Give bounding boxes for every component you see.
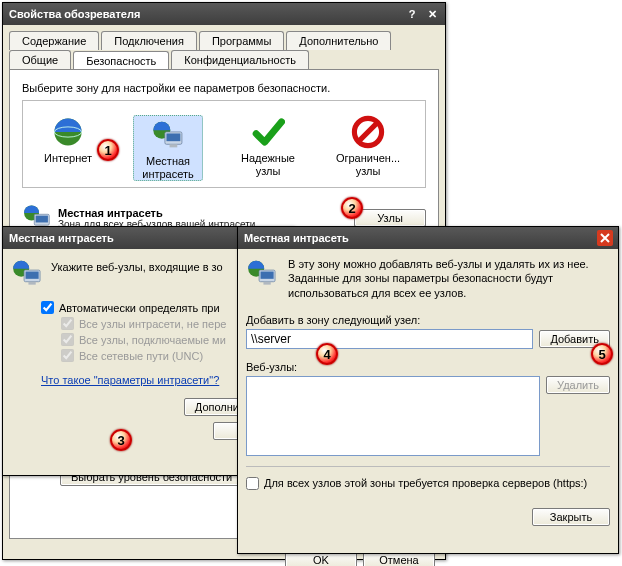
svg-rect-5 [170,144,178,147]
window-title: Свойства обозревателя [9,8,140,20]
dialog-intro: В эту зону можно добавлять веб-узлы и уд… [288,257,610,300]
close-icon[interactable] [596,230,614,246]
svg-rect-14 [26,272,39,279]
auto-detect-label: Автоматически определять при [59,302,220,314]
tab-general[interactable]: Общие [9,50,71,69]
intranet-sites-dialog: Местная интрасеть В эту зону можно добав… [237,226,619,554]
opt-unc-label: Все сетевые пути (UNC) [79,350,203,362]
opt-bypass-checkbox [61,333,74,346]
svg-line-7 [359,123,378,142]
globe-monitor-icon [11,257,43,291]
add-site-input[interactable] [246,329,533,349]
https-checkbox[interactable] [246,477,259,490]
tab-connections[interactable]: Подключения [101,31,197,50]
zone-intranet[interactable]: Местная интрасеть [133,115,203,181]
titlebar: Свойства обозревателя ? ✕ [3,3,445,25]
close-icon[interactable]: ✕ [423,6,441,22]
step-badge-2: 2 [341,197,363,219]
zone-internet[interactable]: Интернет [33,115,103,181]
opt-nonproxy-checkbox [61,317,74,330]
svg-rect-15 [28,282,35,285]
dialog-intro: Укажите веб-узлы, входящие в зо [51,257,223,291]
blocked-icon [333,115,403,149]
svg-rect-4 [166,133,180,141]
add-label: Добавить в зону следующий узел: [246,314,610,326]
step-badge-3: 3 [110,429,132,451]
auto-detect-checkbox[interactable] [41,301,54,314]
remove-button[interactable]: Удалить [546,376,610,394]
https-label: Для всех узлов этой зоны требуется прове… [264,477,587,489]
svg-rect-10 [36,216,48,223]
zone-trusted[interactable]: Надежные узлы [233,115,303,181]
zone-label: Местная интрасеть [134,155,202,180]
close-button[interactable]: Закрыть [532,508,610,526]
what-is-intranet-link[interactable]: Что такое "параметры интрасети"? [41,374,219,386]
globe-icon [33,115,103,149]
list-label: Веб-узлы: [246,361,610,373]
tab-content[interactable]: Содержание [9,31,99,50]
tab-privacy[interactable]: Конфиденциальность [171,50,309,69]
window-title: Местная интрасеть [244,232,349,244]
tab-strip: Содержание Подключения Программы Дополни… [9,31,439,69]
zone-prompt: Выберите зону для настройки ее параметро… [22,82,426,94]
zone-label: Надежные узлы [233,152,303,177]
svg-rect-20 [263,282,270,285]
sites-listbox[interactable] [246,376,540,456]
help-icon[interactable]: ? [403,6,421,22]
step-badge-5: 5 [591,343,613,365]
step-badge-4: 4 [316,343,338,365]
zone-label: Интернет [33,152,103,165]
opt-unc-checkbox [61,349,74,362]
titlebar: Местная интрасеть [238,227,618,249]
check-icon [233,115,303,149]
svg-rect-19 [261,272,274,279]
globe-monitor-icon [134,118,202,152]
opt-nonproxy-label: Все узлы интрасети, не пере [79,318,226,330]
tab-programs[interactable]: Программы [199,31,284,50]
step-badge-1: 1 [97,139,119,161]
window-title: Местная интрасеть [9,232,114,244]
tab-security[interactable]: Безопасность [73,51,169,70]
sites-button[interactable]: Узлы [354,209,426,227]
tab-advanced[interactable]: Дополнительно [286,31,391,50]
globe-monitor-icon [246,257,278,300]
zone-label: Ограничен... узлы [333,152,403,177]
opt-bypass-label: Все узлы, подключаемые ми [79,334,226,346]
selected-zone-title: Местная интрасеть [58,207,354,219]
zone-restricted[interactable]: Ограничен... узлы [333,115,403,181]
